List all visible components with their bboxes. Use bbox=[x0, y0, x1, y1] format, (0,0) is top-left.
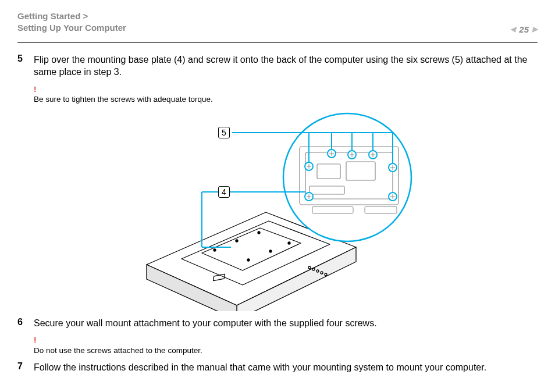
breadcrumb: Getting Started > Setting Up Your Comput… bbox=[17, 10, 126, 34]
step-text: Secure your wall mount attachment to you… bbox=[34, 318, 377, 328]
caution-note: ! Be sure to tighten the screws with ade… bbox=[34, 84, 538, 105]
svg-point-14 bbox=[247, 259, 250, 261]
step-6: 6 Secure your wall mount attachment to y… bbox=[17, 317, 538, 356]
svg-point-15 bbox=[269, 250, 272, 252]
prev-page-icon[interactable]: ◀ bbox=[510, 25, 515, 33]
svg-point-13 bbox=[258, 231, 260, 234]
svg-point-12 bbox=[236, 240, 238, 242]
step-number: 5 bbox=[17, 54, 26, 64]
svg-point-11 bbox=[214, 249, 216, 251]
page-header: Getting Started > Setting Up Your Comput… bbox=[0, 0, 555, 39]
breadcrumb-line-1: Getting Started > bbox=[17, 10, 126, 22]
step-5: 5 Flip over the mounting base plate (4) … bbox=[17, 54, 538, 105]
step-7: 7 Follow the instructions described in t… bbox=[17, 361, 538, 374]
caution-text: Do not use the screws attached to the co… bbox=[34, 346, 202, 355]
page-content: 5 Flip over the mounting base plate (4) … bbox=[0, 43, 555, 375]
step-number: 6 bbox=[17, 317, 26, 327]
caution-text: Be sure to tighten the screws with adequ… bbox=[34, 95, 213, 104]
step-text: Flip over the mounting base plate (4) an… bbox=[34, 55, 527, 77]
step-body: Secure your wall mount attachment to you… bbox=[34, 317, 538, 356]
svg-rect-20 bbox=[317, 164, 340, 179]
mounting-diagram: 5 4 bbox=[115, 111, 440, 311]
next-page-icon[interactable]: ▶ bbox=[532, 25, 538, 33]
step-body: Follow the instructions described in the… bbox=[34, 361, 538, 374]
step-number: 7 bbox=[17, 361, 26, 372]
caution-icon: ! bbox=[34, 335, 538, 345]
svg-rect-22 bbox=[309, 186, 344, 194]
breadcrumb-line-2: Setting Up Your Computer bbox=[17, 22, 126, 34]
step-text: Follow the instructions described in the… bbox=[34, 362, 486, 372]
diagram-svg bbox=[115, 111, 440, 311]
caution-icon: ! bbox=[34, 84, 538, 95]
page-number: 25 bbox=[519, 24, 529, 34]
caution-note: ! Do not use the screws attached to the … bbox=[34, 335, 538, 355]
svg-rect-21 bbox=[346, 162, 375, 180]
step-body: Flip over the mounting base plate (4) an… bbox=[34, 54, 538, 105]
callout-label-4: 4 bbox=[218, 186, 230, 198]
callout-label-5: 5 bbox=[218, 127, 230, 138]
svg-point-16 bbox=[288, 242, 290, 244]
page-nav: ◀ 25 ▶ bbox=[510, 24, 538, 34]
